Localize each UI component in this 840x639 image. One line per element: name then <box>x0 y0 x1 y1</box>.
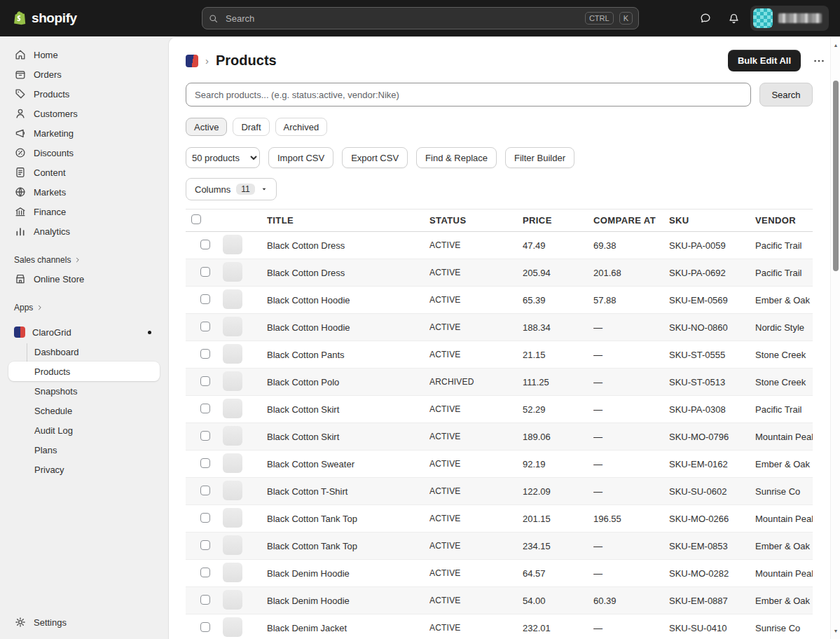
table-row[interactable]: Black Cotton Tank Top ACTIVE 201.15 196.… <box>186 505 813 532</box>
find-replace-button[interactable]: Find & Replace <box>416 147 497 168</box>
row-checkbox[interactable] <box>200 568 210 577</box>
sidebar-item-analytics[interactable]: Analytics <box>8 221 160 241</box>
sidebar-item-discounts[interactable]: Discounts <box>8 143 160 163</box>
sidebar-item-products[interactable]: Products <box>8 84 160 104</box>
app-subitem-schedule[interactable]: Schedule <box>8 401 160 420</box>
row-checkbox[interactable] <box>200 267 210 277</box>
columns-count-badge: 11 <box>236 184 254 195</box>
filter-builder-button[interactable]: Filter Builder <box>505 147 574 168</box>
table-row[interactable]: Black Denim Jacket ACTIVE 232.01 — SKU-S… <box>186 614 813 639</box>
account-menu[interactable] <box>750 6 829 31</box>
table-row[interactable]: Black Denim Hoodie ACTIVE 54.00 60.39 SK… <box>186 587 813 614</box>
product-title[interactable]: Black Cotton Polo <box>267 377 429 387</box>
tab-active[interactable]: Active <box>186 118 227 136</box>
row-checkbox[interactable] <box>200 376 210 386</box>
row-checkbox[interactable] <box>200 513 210 523</box>
store-icon <box>14 273 27 285</box>
sidebar-item-markets[interactable]: Markets <box>8 182 160 202</box>
more-actions-button[interactable] <box>809 52 829 70</box>
product-title[interactable]: Black Cotton T-Shirt <box>267 486 429 497</box>
table-row[interactable]: Black Cotton Hoodie ACTIVE 188.34 — SKU-… <box>186 314 813 341</box>
column-header-status[interactable]: STATUS <box>429 215 523 226</box>
table-row[interactable]: Black Cotton Dress ACTIVE 47.49 69.38 SK… <box>186 232 813 259</box>
bulk-edit-all-button[interactable]: Bulk Edit All <box>728 50 801 71</box>
product-title[interactable]: Black Cotton Skirt <box>267 432 429 442</box>
product-search-input[interactable] <box>186 83 751 106</box>
product-title[interactable]: Black Cotton Hoodie <box>267 322 429 333</box>
app-subitem-audit-log[interactable]: Audit Log <box>8 420 160 440</box>
product-status: ACTIVE <box>429 514 523 523</box>
product-title[interactable]: Black Denim Jacket <box>267 623 429 633</box>
columns-button[interactable]: Columns 11 <box>186 178 277 200</box>
sidebar-item-marketing[interactable]: Marketing <box>8 123 160 143</box>
row-checkbox[interactable] <box>200 622 210 632</box>
sidebar-item-home[interactable]: Home <box>8 45 160 64</box>
table-row[interactable]: Black Cotton Pants ACTIVE 21.15 — SKU-ST… <box>186 341 813 369</box>
product-title[interactable]: Black Cotton Skirt <box>267 404 429 415</box>
row-checkbox[interactable] <box>200 540 210 550</box>
product-title[interactable]: Black Cotton Tank Top <box>267 541 429 551</box>
app-subitem-dashboard[interactable]: Dashboard <box>8 342 160 362</box>
app-subitem-privacy[interactable]: Privacy <box>8 460 160 479</box>
row-checkbox[interactable] <box>200 458 210 468</box>
product-title[interactable]: Black Cotton Hoodie <box>267 295 429 305</box>
table-row[interactable]: Black Cotton Sweater ACTIVE 92.19 — SKU-… <box>186 451 813 478</box>
tab-archived[interactable]: Archived <box>275 118 328 136</box>
table-row[interactable]: Black Denim Hoodie ACTIVE 64.57 — SKU-MO… <box>186 560 813 587</box>
scroll-thumb[interactable] <box>833 81 839 271</box>
sidebar-item-online-store[interactable]: Online Store <box>8 269 160 289</box>
row-checkbox[interactable] <box>200 595 210 605</box>
sidebar-item-content[interactable]: Content <box>8 163 160 182</box>
sidebar-item-finance[interactable]: Finance <box>8 202 160 221</box>
chat-button[interactable] <box>694 7 717 29</box>
row-checkbox[interactable] <box>200 349 210 359</box>
product-title[interactable]: Black Denim Hoodie <box>267 568 429 579</box>
app-subitem-snapshots[interactable]: Snapshots <box>8 381 160 401</box>
column-header-price[interactable]: PRICE <box>523 215 593 226</box>
table-row[interactable]: Black Cotton Hoodie ACTIVE 65.39 57.88 S… <box>186 287 813 314</box>
scroll-up-arrow[interactable]: ▲ <box>831 43 840 48</box>
column-header-sku[interactable]: SKU <box>669 215 755 226</box>
row-checkbox[interactable] <box>200 322 210 331</box>
product-title[interactable]: Black Cotton Tank Top <box>267 514 429 524</box>
sidebar-item-orders[interactable]: Orders <box>8 64 160 84</box>
sales-channels-header[interactable]: Sales channels <box>8 251 160 269</box>
import-csv-button[interactable]: Import CSV <box>268 147 333 168</box>
product-title[interactable]: Black Cotton Dress <box>267 268 429 278</box>
sidebar-item-settings[interactable]: Settings <box>8 612 160 632</box>
row-checkbox[interactable] <box>200 240 210 249</box>
row-checkbox[interactable] <box>200 486 210 495</box>
scroll-down-arrow[interactable]: ▼ <box>831 628 840 633</box>
product-title[interactable]: Black Cotton Sweater <box>267 459 429 469</box>
export-csv-button[interactable]: Export CSV <box>342 147 408 168</box>
table-row[interactable]: Black Cotton Skirt ACTIVE 189.06 — SKU-M… <box>186 423 813 451</box>
apps-header[interactable]: Apps <box>8 298 160 317</box>
product-title[interactable]: Black Cotton Dress <box>267 240 429 251</box>
sidebar-item-customers[interactable]: Customers <box>8 104 160 123</box>
app-subitem-products[interactable]: Products <box>8 362 160 381</box>
row-checkbox[interactable] <box>200 431 210 441</box>
table-row[interactable]: Black Cotton Dress ACTIVE 205.94 201.68 … <box>186 259 813 287</box>
select-all-checkbox[interactable] <box>191 214 201 224</box>
tab-draft[interactable]: Draft <box>233 118 269 136</box>
sidebar-app-clarogrid[interactable]: ClaroGrid <box>8 322 160 342</box>
row-checkbox[interactable] <box>200 404 210 413</box>
column-header-compare-at[interactable]: COMPARE AT <box>593 215 669 226</box>
column-header-title[interactable]: TITLE <box>267 215 429 226</box>
product-title[interactable]: Black Denim Hoodie <box>267 596 429 606</box>
table-row[interactable]: Black Cotton T-Shirt ACTIVE 122.09 — SKU… <box>186 478 813 505</box>
search-button[interactable]: Search <box>759 83 813 106</box>
table-row[interactable]: Black Cotton Polo ARCHIVED 111.25 — SKU-… <box>186 369 813 396</box>
column-header-vendor[interactable]: VENDOR <box>755 215 813 226</box>
row-checkbox[interactable] <box>200 294 210 304</box>
page-size-select[interactable]: 50 products <box>186 147 260 168</box>
table-row[interactable]: Black Cotton Skirt ACTIVE 52.29 — SKU-PA… <box>186 396 813 423</box>
global-search-input[interactable] <box>224 13 579 25</box>
app-subitem-plans[interactable]: Plans <box>8 440 160 460</box>
table-row[interactable]: Black Cotton Tank Top ACTIVE 234.15 — SK… <box>186 532 813 560</box>
product-title[interactable]: Black Cotton Pants <box>267 350 429 360</box>
notifications-button[interactable] <box>722 7 745 29</box>
global-search[interactable]: CTRL K <box>202 7 639 29</box>
shopify-logo[interactable]: shopify <box>11 10 77 27</box>
status-tabs: ActiveDraftArchived <box>186 118 813 136</box>
